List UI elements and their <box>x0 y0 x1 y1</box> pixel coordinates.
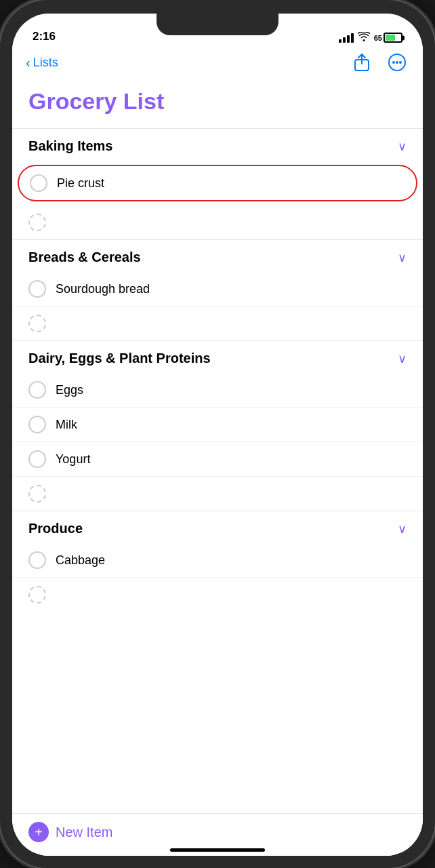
dairy-add-circle <box>28 485 46 502</box>
dairy-add-row[interactable] <box>12 477 423 511</box>
section-title-produce: Produce <box>28 521 83 536</box>
item-label-cabbage: Cabbage <box>56 553 105 568</box>
section-produce: Produce ∨ Cabbage <box>12 511 423 612</box>
item-label-milk: Milk <box>56 418 77 432</box>
section-dairy: Dairy, Eggs & Plant Proteins ∨ Eggs Milk… <box>12 340 423 511</box>
svg-point-2 <box>392 61 395 64</box>
item-checkbox-yogurt[interactable] <box>28 450 46 468</box>
section-header-baking[interactable]: Baking Items ∨ <box>12 128 423 161</box>
home-indicator <box>170 848 265 852</box>
item-checkbox-sourdough[interactable] <box>28 280 46 298</box>
breads-add-row[interactable] <box>12 307 423 340</box>
section-title-breads: Breads & Cereals <box>28 250 141 265</box>
chevron-down-icon-dairy: ∨ <box>398 351 407 366</box>
section-baking: Baking Items ∨ Pie crust <box>12 128 423 239</box>
item-label-pie-crust: Pie crust <box>57 176 104 191</box>
list-item-yogurt[interactable]: Yogurt <box>12 442 423 477</box>
breads-add-circle <box>28 315 46 332</box>
bottom-spacer <box>12 612 423 659</box>
chevron-down-icon-baking: ∨ <box>398 139 407 154</box>
list-item-milk[interactable]: Milk <box>12 408 423 442</box>
svg-point-4 <box>399 61 402 64</box>
section-title-dairy: Dairy, Eggs & Plant Proteins <box>28 351 211 366</box>
baking-add-circle <box>28 214 46 231</box>
share-button[interactable] <box>350 50 374 75</box>
section-breads: Breads & Cereals ∨ Sourdough bread <box>12 239 423 340</box>
chevron-down-icon-breads: ∨ <box>398 250 407 265</box>
produce-add-circle <box>28 586 46 604</box>
status-time: 2:16 <box>33 30 56 43</box>
svg-point-3 <box>396 61 398 64</box>
item-checkbox-pie-crust[interactable] <box>30 174 47 192</box>
content-area: Baking Items ∨ Pie crust <box>12 128 423 856</box>
item-checkbox-cabbage[interactable] <box>28 551 46 569</box>
wifi-icon <box>358 32 370 43</box>
baking-add-row[interactable] <box>12 205 423 239</box>
status-icons: 65 <box>339 32 402 43</box>
more-button[interactable] <box>385 50 409 75</box>
back-button[interactable]: ‹ Lists <box>26 56 58 70</box>
new-item-label[interactable]: New Item <box>56 825 112 840</box>
nav-actions <box>350 50 409 75</box>
battery-icon: 65 <box>374 33 402 43</box>
list-item-sourdough[interactable]: Sourdough bread <box>12 272 423 307</box>
item-label-eggs: Eggs <box>56 383 83 397</box>
section-header-breads[interactable]: Breads & Cereals ∨ <box>12 239 423 272</box>
battery-percent: 65 <box>374 34 382 42</box>
bottom-bar: + New Item <box>12 813 423 856</box>
new-item-plus-button[interactable]: + <box>28 822 49 842</box>
section-title-baking: Baking Items <box>28 138 112 154</box>
signal-icon <box>339 33 354 43</box>
screen-content: 2:16 <box>12 14 423 856</box>
page-title: Grocery List <box>12 81 423 128</box>
item-checkbox-milk[interactable] <box>28 416 46 433</box>
item-label-sourdough: Sourdough bread <box>56 282 150 296</box>
notch <box>157 14 278 35</box>
phone-frame: 2:16 <box>0 0 435 868</box>
list-item-pie-crust-highlighted[interactable]: Pie crust <box>18 165 417 201</box>
section-header-dairy[interactable]: Dairy, Eggs & Plant Proteins ∨ <box>12 340 423 373</box>
nav-bar: ‹ Lists <box>12 47 423 81</box>
produce-add-row[interactable] <box>12 578 423 612</box>
back-chevron-icon: ‹ <box>26 56 30 69</box>
item-label-yogurt: Yogurt <box>56 452 90 467</box>
chevron-down-icon-produce: ∨ <box>398 521 407 536</box>
phone-screen: 2:16 <box>12 14 423 856</box>
back-label: Lists <box>33 56 58 70</box>
section-header-produce[interactable]: Produce ∨ <box>12 511 423 543</box>
item-checkbox-eggs[interactable] <box>28 381 46 399</box>
list-item-eggs[interactable]: Eggs <box>12 373 423 408</box>
list-item-cabbage[interactable]: Cabbage <box>12 543 423 578</box>
